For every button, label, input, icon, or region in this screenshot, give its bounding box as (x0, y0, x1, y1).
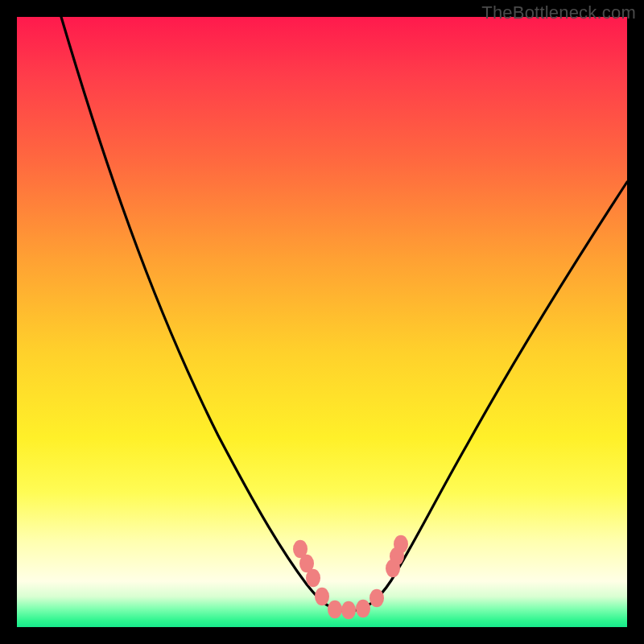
outer-black-frame: TheBottleneck.com (0, 0, 644, 644)
marker-dot (306, 569, 320, 588)
marker-dot (356, 600, 370, 618)
gradient-plot-area (17, 17, 627, 627)
marker-dot (315, 588, 329, 606)
marker-dot (341, 601, 356, 620)
chart-svg (17, 17, 627, 627)
near-minimum-dots (293, 535, 408, 620)
bottleneck-curve (61, 17, 627, 611)
watermark-text: TheBottleneck.com (481, 2, 636, 23)
marker-dot (328, 601, 342, 619)
marker-dot (394, 535, 408, 554)
marker-dot (369, 589, 384, 608)
